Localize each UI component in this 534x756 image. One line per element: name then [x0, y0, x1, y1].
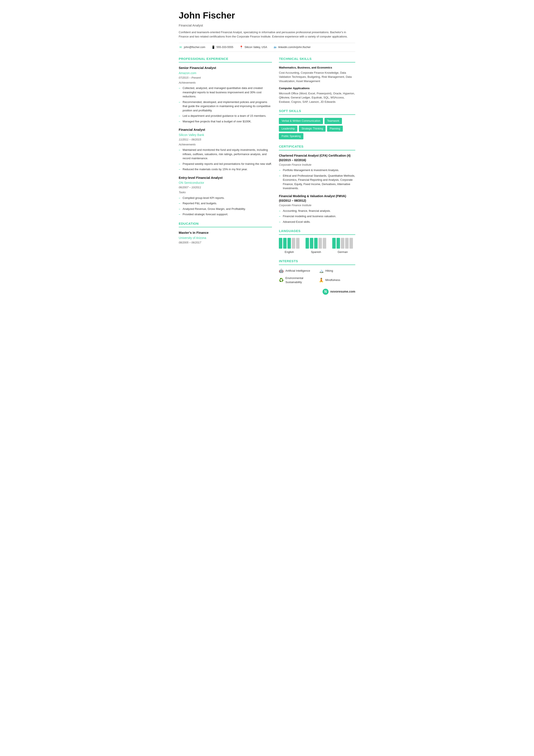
novoresume-logo: N: [322, 289, 329, 295]
ai-label: Artificial Intelligence: [285, 269, 310, 273]
spanish-label: Spanish: [311, 250, 321, 254]
phone-icon: 📱: [212, 46, 215, 49]
cert-bullet-2-1: Accounting, finance, financial analysis.: [279, 209, 355, 213]
cert-title-1: Chartered Financial Analyst (CFA) Certif…: [279, 153, 355, 162]
cert-org-2: Corporate Finance Institute: [279, 203, 355, 207]
skill-badge-5: Public Speaking: [279, 133, 303, 139]
language-german: German: [332, 238, 353, 254]
interests-title: INTERESTS: [279, 259, 355, 265]
achievements-label-1: Achievements: [179, 81, 272, 85]
hiking-label: Hiking: [325, 269, 333, 273]
edu-block-1: Master's in Finance University of Arizon…: [179, 230, 272, 245]
tech-skill-cat-2: Computer Applications: [279, 86, 355, 91]
mindfulness-label: Mindfulness: [325, 278, 340, 282]
skill-badge-1: Teamwork: [324, 118, 342, 124]
cert-org-1: Corporate Finance Institute: [279, 163, 355, 167]
bar-en-5: [296, 238, 299, 249]
education-title: EDUCATION: [179, 221, 272, 228]
bar-es-5: [323, 238, 326, 249]
linkedin-icon: in: [273, 46, 277, 49]
bar-es-4: [318, 238, 322, 249]
german-bars: [332, 238, 353, 249]
ai-icon: 🤖: [279, 268, 284, 274]
cert-bullets-1: Portfolio Management & Investment Analys…: [279, 168, 355, 190]
candidate-name: John Fischer: [179, 9, 355, 22]
interest-environment: ♻️ Environmental Sustainability: [279, 276, 315, 284]
linkedin-value: linkedin.com/in/john.fischer: [278, 45, 311, 49]
brand-site: novoresume.com: [330, 289, 355, 294]
company-1: Amazon.com: [179, 71, 272, 75]
job-title-3: Entry-level Financial Analyst: [179, 176, 272, 180]
company-3: ON Semiconductor: [179, 180, 272, 185]
tech-skill-block-2: Computer Applications Microsoft Office (…: [279, 86, 355, 104]
svg-text:N: N: [324, 290, 327, 293]
location-icon: 📍: [239, 46, 243, 49]
languages-section: English Spanish: [279, 238, 355, 254]
bullet-1-1: Collected, analyzed, and managed quantit…: [179, 86, 272, 99]
cert-bullet-1-2: Ethical and Professional Standards, Quan…: [279, 174, 355, 190]
languages-title: LANGUAGES: [279, 229, 355, 235]
cert-block-1: Chartered Financial Analyst (CFA) Certif…: [279, 153, 355, 190]
bar-de-1: [332, 238, 336, 249]
cert-bullet-2-2: Financial modeling and business valuatio…: [279, 214, 355, 218]
cert-block-2: Financial Modeling & Valuation Analyst (…: [279, 194, 355, 224]
bar-en-3: [288, 238, 291, 249]
skill-badge-0: Verbal & Written Communication: [279, 118, 323, 124]
bullet-1-2: Recommended, developed, and implemented …: [179, 100, 272, 113]
tech-skill-block-1: Mathematics, Business, and Economics Cos…: [279, 66, 355, 83]
bar-de-3: [341, 238, 344, 249]
bar-de-4: [345, 238, 349, 249]
branding: N novoresume.com: [279, 289, 355, 295]
certificates-title: CERTIFICATES: [279, 144, 355, 150]
interest-hiking: 🏔️ Hiking: [319, 268, 355, 274]
soft-skills-title: SOFT SKILLS: [279, 109, 355, 115]
professional-experience-title: PROFESSIONAL EXPERIENCE: [179, 56, 272, 63]
linkedin-contact: in linkedin.com/in/john.fischer: [273, 45, 311, 49]
achievements-label-2: Achievements: [179, 143, 272, 147]
english-bars: [279, 238, 299, 249]
phone-value: 555-333-5555: [216, 45, 233, 49]
spanish-bars: [306, 238, 326, 249]
edu-degree-1: Master's in Finance: [179, 230, 272, 235]
bullet-3-3: Analyzed Revenue, Gross Margin, and Prof…: [179, 207, 272, 211]
location-value: Silicon Valley, USA: [244, 45, 267, 49]
skill-badge-4: Planning: [327, 125, 343, 132]
env-label: Environmental Sustainability: [285, 276, 315, 284]
language-english: English: [279, 238, 299, 254]
bullet-2-1: Maintained and monitored the fund and eq…: [179, 148, 272, 160]
tech-skill-text-2: Microsoft Office (Word, Excel, Powerpoin…: [279, 91, 355, 104]
skill-badge-2: Leadership: [279, 125, 297, 132]
mindfulness-icon: 🧘: [319, 277, 324, 283]
bullets-1: Collected, analyzed, and managed quantit…: [179, 86, 272, 123]
bullet-2-3: Reduced the materials costs by 15% in my…: [179, 167, 272, 172]
job-title-1: Senior Financial Analyst: [179, 66, 272, 70]
job-dates-3: 06/2007 – 10/2011: [179, 185, 272, 190]
cert-bullets-2: Accounting, finance, financial analysis.…: [279, 209, 355, 224]
main-layout: PROFESSIONAL EXPERIENCE Senior Financial…: [179, 56, 355, 295]
email-value: john@fischer.com: [184, 45, 205, 49]
cert-title-2: Financial Modeling & Valuation Analyst (…: [279, 194, 355, 203]
edu-dates-1: 08/2005 – 06/2017: [179, 241, 272, 245]
cert-bullet-2-3: Advanced Excel skills.: [279, 220, 355, 224]
interests-grid: 🤖 Artificial Intelligence 🏔️ Hiking ♻️ E…: [279, 268, 355, 284]
soft-skills-container: Verbal & Written Communication Teamwork …: [279, 118, 355, 139]
right-column: TECHNICAL SKILLS Mathematics, Business, …: [279, 56, 355, 295]
bullet-1-3: Led a department and provided guidance t…: [179, 114, 272, 118]
bar-en-4: [292, 238, 295, 249]
job-block-financial-analyst: Financial Analyst Silicon Valley Bank 11…: [179, 127, 272, 172]
bar-en-2: [283, 238, 287, 249]
env-icon: ♻️: [279, 277, 284, 283]
bullets-3: Compiled group-level KPI reports. Report…: [179, 196, 272, 217]
bullet-1-4: Managed five projects that had a budget …: [179, 119, 272, 124]
resume-header: John Fischer Financial Analyst Confident…: [179, 9, 355, 52]
bullet-2-2: Prepared weekly reports and led presenta…: [179, 162, 272, 166]
bullet-3-4: Provided strategic forecast suppport.: [179, 212, 272, 217]
edu-school-1: University of Arizona: [179, 236, 272, 240]
candidate-summary: Confident and teamwork-oriented Financia…: [179, 30, 355, 39]
language-spanish: Spanish: [306, 238, 326, 254]
location-contact: 📍 Silicon Valley, USA: [239, 45, 267, 49]
skill-badge-3: Strategic Thinking: [299, 125, 326, 132]
contact-bar: ✉ john@fischer.com 📱 555-333-5555 📍 Sili…: [179, 43, 355, 52]
email-contact: ✉ john@fischer.com: [179, 45, 205, 49]
job-dates-1: 07/2015 – Present: [179, 76, 272, 80]
